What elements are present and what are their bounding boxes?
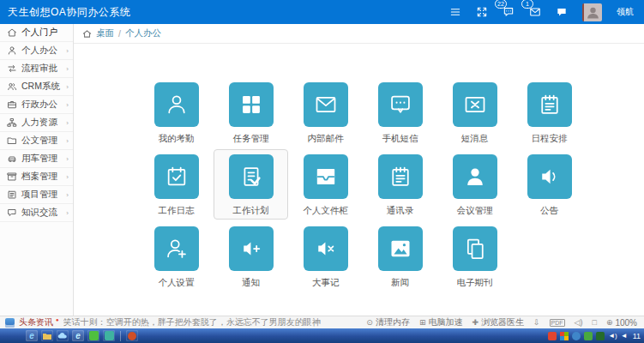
browser2-icon[interactable]: e (72, 330, 84, 341)
taskbar-buttons: ee (26, 330, 138, 341)
folder-icon[interactable] (41, 330, 53, 341)
chevron-right-icon: › (66, 209, 69, 217)
sidebar-item-3[interactable]: CRM系统› (0, 78, 73, 96)
red-dot-badge: ● (56, 317, 59, 322)
project-icon (7, 190, 17, 200)
app-user-plus[interactable]: 个人设置 (139, 221, 214, 292)
ie-browser-icon[interactable]: e (26, 330, 38, 341)
windows-flag-icon[interactable] (560, 332, 569, 340)
sidebar-item-2[interactable]: 流程审批› (0, 60, 73, 78)
sidebar-item-7[interactable]: 用车管理› (0, 150, 73, 168)
media-app-icon[interactable] (103, 330, 115, 341)
app-label: 个人文件柜 (303, 205, 348, 216)
breadcrumb-current[interactable]: 个人办公 (125, 27, 161, 39)
breadcrumb-home[interactable]: 桌面 (96, 27, 114, 39)
chat-icon-button[interactable]: 22 (503, 6, 515, 18)
vpn-tray-icon[interactable] (596, 332, 605, 340)
username[interactable]: 领航 (617, 6, 634, 18)
download-icon[interactable]: ⇩ (533, 318, 540, 327)
chevron-right-icon: › (66, 65, 69, 73)
app-label: 短消息 (461, 133, 489, 144)
badge-count: 1 (521, 0, 533, 9)
sidebar-item-0[interactable]: 个人门户 (0, 24, 73, 42)
app-label: 新闻 (391, 277, 409, 288)
mail-icon (314, 93, 338, 117)
app-label: 会议管理 (457, 205, 493, 216)
app-mail[interactable]: 内部邮件 (288, 77, 363, 147)
chevron-right-icon: › (66, 191, 69, 199)
network-tray-icon[interactable] (572, 332, 581, 340)
expand-icon-button[interactable] (476, 6, 488, 18)
pdf-icon[interactable]: PDF (550, 319, 565, 327)
app-tile (378, 82, 423, 127)
app-pages[interactable]: 电子期刊 (437, 221, 512, 292)
notebook-icon (388, 165, 412, 189)
volume-icon[interactable]: ◁) (575, 318, 583, 327)
sidebar-item-label: CRM系统 (21, 81, 60, 93)
news-label[interactable]: 头条资讯 (19, 316, 53, 328)
app-doc-check[interactable]: 工作计划 (214, 149, 288, 220)
comment-icon-button[interactable] (556, 6, 568, 18)
app-tile (229, 82, 274, 127)
picture-icon (388, 237, 412, 261)
app-calendar-check[interactable]: 工作日志 (139, 149, 214, 220)
security-tray-icon[interactable] (548, 332, 557, 340)
update-tray-icon[interactable] (584, 332, 593, 340)
expand-icon (476, 6, 488, 18)
avatar[interactable] (582, 3, 602, 21)
app-sms[interactable]: 手机短信 (363, 77, 437, 147)
app-label: 工作计划 (233, 205, 269, 216)
comment-icon (556, 6, 568, 18)
app-speaker-plus[interactable]: 通知 (214, 221, 288, 292)
sidebar-item-4[interactable]: 行政办公› (0, 96, 73, 114)
sms-icon (388, 93, 412, 117)
sidebar-item-9[interactable]: 项目管理› (0, 186, 73, 204)
app-mail-x[interactable]: 短消息 (437, 77, 512, 147)
app-label: 个人设置 (159, 277, 195, 288)
app-user-solid[interactable]: 会议管理 (437, 149, 512, 220)
orange-app-icon[interactable] (126, 330, 138, 341)
folder-icon (7, 135, 17, 146)
browser-doctor-tool[interactable]: ✚浏览器医生 (472, 316, 524, 328)
sidebar-item-6[interactable]: 公文管理› (0, 132, 73, 150)
app-speaker-x[interactable]: 大事记 (288, 221, 363, 292)
chevron-right-icon: › (66, 101, 69, 109)
chat-app-icon[interactable] (87, 330, 99, 341)
sidebar-item-10[interactable]: 知识交流› (0, 204, 73, 222)
sidebar-item-5[interactable]: 人力资源› (0, 114, 73, 132)
sidebar-item-8[interactable]: 档案管理› (0, 168, 73, 186)
clean-memory-tool[interactable]: ⊙清理内存 (366, 316, 410, 328)
sidebar-item-label: 个人门户 (21, 27, 57, 39)
zoom-control[interactable]: ⊕ 100% (606, 318, 637, 328)
user-icon (165, 93, 189, 117)
sidebar-item-label: 人力资源 (21, 117, 57, 129)
mute-icon[interactable]: ◄ (621, 332, 628, 340)
mail-icon-button[interactable]: 1 (529, 6, 541, 18)
cloud-app-icon[interactable] (57, 330, 69, 341)
app-tile (453, 226, 497, 271)
menu-icon-button[interactable] (449, 6, 461, 18)
news-icon (5, 318, 15, 328)
app-tile (378, 154, 423, 199)
app-grid[interactable]: 任务管理 (214, 77, 288, 147)
app-notebook[interactable]: 通讯录 (363, 149, 437, 220)
app-tile (304, 226, 348, 271)
pages-icon (463, 237, 487, 261)
app-speaker[interactable]: 公告 (512, 149, 587, 220)
zoom-icon: ⊕ (606, 318, 613, 327)
pc-speedup-tool[interactable]: ⊞电脑加速 (419, 316, 463, 328)
app-picture[interactable]: 新闻 (363, 221, 437, 292)
app-tile (527, 82, 572, 127)
app-drawer[interactable]: 个人文件柜 (288, 149, 363, 220)
exchange-icon (7, 63, 17, 74)
app-user[interactable]: 我的考勤 (139, 77, 214, 147)
app-label: 通知 (242, 277, 260, 288)
app-notebook[interactable]: 日程安排 (512, 77, 587, 147)
window-icon[interactable]: □ (592, 318, 596, 327)
news-text[interactable]: 笑话十则：空调开的热，胖子把外套脱了，永远忘不了男朋友的眼神 (63, 316, 321, 328)
speaker-icon (538, 165, 562, 189)
clean-memory-icon: ⊙ (366, 318, 373, 327)
sidebar-item-1[interactable]: 个人办公› (0, 42, 73, 60)
volume-icon[interactable]: ◄) (608, 332, 617, 340)
taskbar-clock[interactable]: 11 (631, 332, 641, 340)
